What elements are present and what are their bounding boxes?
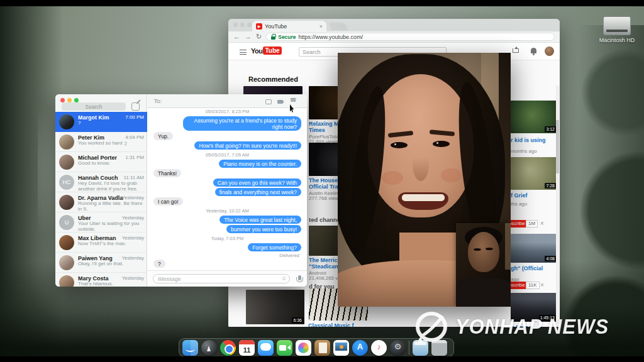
address-bar[interactable]: Secure https://www.youtube.com/ bbox=[266, 33, 555, 41]
conversation-peter-kim[interactable]: Peter Kim 4:04 PM You worked so hard ;) bbox=[55, 132, 147, 152]
youtube-logo[interactable]: You Tube bbox=[251, 47, 282, 55]
imessage-input[interactable] bbox=[153, 274, 290, 283]
contact-name: Michael Porter bbox=[78, 155, 117, 161]
avatar-initials: HC bbox=[59, 175, 74, 190]
back-icon[interactable]: ← bbox=[233, 33, 240, 40]
new-tab-button[interactable] bbox=[329, 23, 348, 30]
macintosh-hd-desktop-icon[interactable]: Macintosh HD bbox=[599, 16, 635, 43]
conversation-mary-costa[interactable]: Mary Costa Yesterday That's hilarious. bbox=[55, 273, 147, 287]
video-title[interactable]: f Grief bbox=[511, 192, 557, 199]
finder-icon[interactable] bbox=[182, 340, 198, 356]
upload-icon[interactable] bbox=[513, 48, 519, 53]
secure-lock-icon bbox=[271, 36, 275, 40]
facetime-video-window[interactable] bbox=[338, 53, 511, 307]
recommended-heading: Recommended bbox=[248, 75, 298, 83]
notifications-bell-icon[interactable] bbox=[531, 48, 536, 53]
conversation-hannah-couch[interactable]: HC Hannah Couch 11:11 AM Hey David, I'd … bbox=[55, 172, 147, 192]
subscriber-count: 11K bbox=[526, 282, 540, 289]
browser-toolbar: ← → ↻ Secure https://www.youtube.com/ bbox=[228, 31, 560, 43]
video-thumbnail[interactable]: 7:28 bbox=[511, 157, 557, 190]
timestamp-label: Yesterday, 10:22 AM bbox=[206, 208, 248, 214]
conversation-max-liberman[interactable]: Max Liberman Yesterday Now THAT's the ma… bbox=[55, 233, 147, 253]
conversation-michael-porter[interactable]: Michael Porter 1:31 PM Good to know. bbox=[55, 152, 147, 172]
chat-header: To: ☎ bbox=[148, 94, 307, 108]
conversation-aparna-vadlamani[interactable]: Dr. Aparna Vadlamani Yesterday Running a… bbox=[55, 192, 147, 212]
phone-call-icon[interactable]: ☎ bbox=[290, 97, 297, 103]
calendar-icon[interactable]: 11 bbox=[239, 340, 255, 356]
system-preferences-icon[interactable] bbox=[390, 340, 406, 356]
launchpad-icon[interactable] bbox=[201, 340, 217, 356]
messages-icon[interactable] bbox=[258, 340, 274, 356]
incoming-message-bubble: Yup. bbox=[153, 132, 173, 140]
close-window-button[interactable] bbox=[60, 98, 65, 102]
message-time: Yesterday bbox=[122, 275, 144, 281]
app-store-icon[interactable] bbox=[352, 340, 368, 356]
menu-icon[interactable] bbox=[240, 50, 247, 55]
message-thread: Love you. 05/03/2017, 8:23 PM Assuming y… bbox=[148, 108, 307, 270]
incoming-message-bubble: I can go! bbox=[153, 197, 183, 206]
messages-window: Margot Kim 7:00 PM ? Peter Kim 4:04 PM Y… bbox=[55, 94, 307, 287]
minimize-window-button[interactable] bbox=[67, 98, 72, 102]
message-preview: Okay, I'll get on that. bbox=[78, 261, 143, 267]
video-title[interactable]: Nug bbox=[246, 326, 304, 327]
photo-booth-icon[interactable] bbox=[333, 340, 349, 356]
conversation-margot-kim[interactable]: Margot Kim 7:00 PM ? bbox=[55, 112, 147, 132]
details-icon[interactable] bbox=[265, 99, 272, 104]
video-thumbnail-nug[interactable]: 6:36 bbox=[246, 290, 304, 324]
account-avatar[interactable] bbox=[545, 47, 554, 56]
conversation-uber[interactable]: U Uber Yesterday Your Uber is waiting fo… bbox=[55, 212, 147, 233]
message-preview: Running a little late. Be there in 5. bbox=[78, 201, 143, 212]
microphone-icon[interactable] bbox=[298, 275, 301, 280]
video-thumbnail[interactable]: 3:12 bbox=[511, 101, 557, 133]
video-title[interactable]: gh" (Official bbox=[511, 265, 557, 272]
delivered-status: Delivered bbox=[279, 253, 299, 258]
video-call-icon[interactable] bbox=[277, 100, 283, 104]
search-input[interactable] bbox=[62, 102, 126, 111]
contact-name: Uber bbox=[78, 215, 91, 221]
video-title[interactable]: r kid is using bbox=[511, 137, 557, 143]
incoming-message-bubble: Thanks! bbox=[153, 169, 181, 177]
avatar bbox=[59, 195, 74, 210]
photos-icon[interactable] bbox=[296, 340, 311, 356]
conversation-paiwen-yang[interactable]: Paiwen Yang Yesterday Okay, I'll get on … bbox=[55, 253, 147, 273]
conversation-sidebar: Margot Kim 7:00 PM ? Peter Kim 4:04 PM Y… bbox=[55, 94, 147, 287]
youtube-favicon: ▶ bbox=[256, 23, 262, 30]
browser-tab-youtube[interactable]: ▶ YouTube × bbox=[252, 21, 326, 31]
close-window-button[interactable] bbox=[233, 23, 238, 27]
contact-name: Hannah Couch bbox=[78, 175, 118, 181]
letterbox-top bbox=[0, 0, 644, 6]
emoji-icon[interactable]: ☺ bbox=[281, 275, 287, 282]
logo-tube: Tube bbox=[263, 47, 281, 55]
compose-icon[interactable] bbox=[131, 102, 140, 111]
yonhap-watermark: YONHAP NEWS bbox=[415, 310, 609, 343]
scrollbar-thumb[interactable] bbox=[556, 120, 559, 173]
itunes-icon[interactable] bbox=[371, 340, 387, 356]
message-preview: That's hilarious. bbox=[78, 282, 143, 287]
outgoing-message-bubble: finals and everything next week? bbox=[215, 188, 301, 196]
dock-separator bbox=[409, 341, 409, 354]
message-time: 7:00 PM bbox=[125, 114, 144, 120]
avatar bbox=[59, 275, 74, 287]
dismiss-icon[interactable]: × bbox=[540, 282, 544, 289]
minimize-window-button[interactable] bbox=[240, 23, 245, 27]
dismiss-icon[interactable]: × bbox=[540, 220, 544, 228]
avatar-initials: U bbox=[59, 215, 74, 230]
outgoing-message-bubble: bummer you were too busy! bbox=[226, 225, 301, 233]
video-title[interactable]: Classical Music f bbox=[308, 322, 367, 327]
avatar bbox=[59, 155, 74, 170]
outgoing-message-bubble: How's that going? I'm sure you're ready!… bbox=[194, 141, 301, 150]
message-time: Yesterday bbox=[122, 255, 144, 261]
forward-icon[interactable]: → bbox=[245, 33, 252, 40]
outgoing-message-bubble: The Voice was great last night, bbox=[219, 216, 301, 224]
reload-icon[interactable]: ↻ bbox=[256, 33, 262, 40]
zoom-window-button[interactable] bbox=[247, 23, 252, 27]
video-thumbnail[interactable]: 4:08 bbox=[511, 234, 557, 263]
zoom-window-button[interactable] bbox=[74, 98, 79, 102]
facetime-icon[interactable] bbox=[277, 340, 292, 356]
chrome-icon[interactable] bbox=[220, 340, 236, 356]
tab-close-icon[interactable]: × bbox=[319, 23, 323, 30]
contacts-icon[interactable] bbox=[314, 340, 330, 356]
scrollbar[interactable] bbox=[556, 85, 559, 324]
calendar-day: 11 bbox=[243, 345, 251, 356]
self-view-pip[interactable] bbox=[456, 223, 511, 307]
